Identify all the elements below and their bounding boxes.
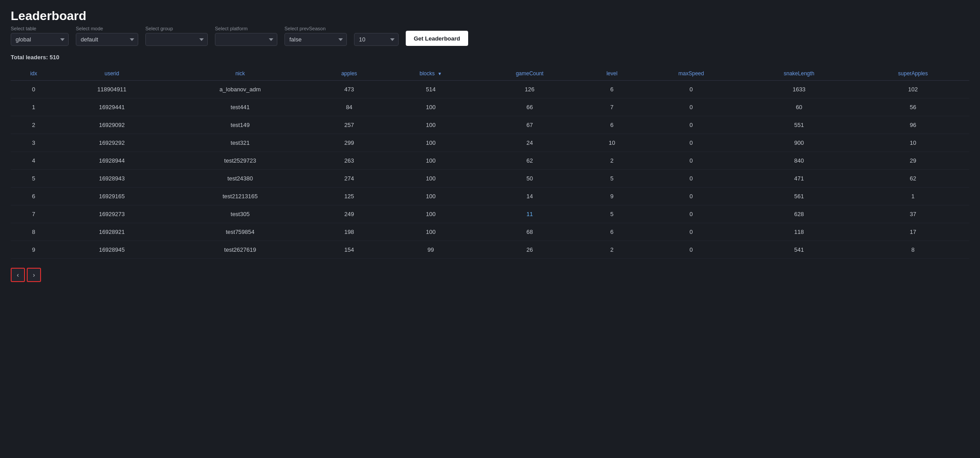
col-blocks[interactable]: blocks ▼: [385, 67, 477, 81]
table-header: idx userid nick apples blocks ▼ gameCoun…: [11, 67, 969, 81]
select-group-group: Select group group1 group2: [145, 26, 208, 46]
cell-gamecount: 11: [476, 205, 583, 223]
col-level[interactable]: level: [583, 67, 641, 81]
cell-gamecount: 68: [476, 223, 583, 241]
cell-maxspeed: 0: [641, 170, 741, 188]
cell-level: 6: [583, 116, 641, 134]
cell-maxspeed: 0: [641, 205, 741, 223]
cell-level: 7: [583, 98, 641, 116]
cell-userid: 16929441: [57, 98, 167, 116]
cell-superapples: 29: [856, 152, 969, 170]
cell-nick: a_lobanov_adm: [167, 81, 313, 98]
cell-level: 6: [583, 223, 641, 241]
cell-snakelength: 900: [741, 134, 856, 152]
cell-level: 9: [583, 188, 641, 205]
col-idx[interactable]: idx: [11, 67, 57, 81]
cell-userid: 16928921: [57, 223, 167, 241]
cell-nick: test759854: [167, 223, 313, 241]
cell-userid: 16928943: [57, 170, 167, 188]
cell-apples: 249: [313, 205, 385, 223]
select-prev-season-label: Select prevSeason: [284, 26, 347, 31]
cell-idx: 8: [11, 223, 57, 241]
cell-snakelength: 561: [741, 188, 856, 205]
cell-superapples: 37: [856, 205, 969, 223]
col-gamecount[interactable]: gameCount: [476, 67, 583, 81]
get-leaderboard-button[interactable]: Get Leaderboard: [406, 31, 468, 46]
pagination: ‹ ›: [11, 268, 969, 282]
cell-nick: test24380: [167, 170, 313, 188]
cell-userid: 118904911: [57, 81, 167, 98]
cell-superapples: 62: [856, 170, 969, 188]
table-row: 316929292test3212991002410090010: [11, 134, 969, 152]
cell-blocks: 100: [385, 152, 477, 170]
cell-snakelength: 118: [741, 223, 856, 241]
col-apples[interactable]: apples: [313, 67, 385, 81]
controls-row: Select table global local regional Selec…: [11, 26, 969, 46]
select-platform-label: Select platform: [215, 26, 277, 31]
cell-apples: 198: [313, 223, 385, 241]
cell-apples: 257: [313, 116, 385, 134]
cell-blocks: 100: [385, 134, 477, 152]
cell-snakelength: 541: [741, 241, 856, 259]
cell-level: 6: [583, 81, 641, 98]
cell-maxspeed: 0: [641, 98, 741, 116]
sort-icon-blocks: ▼: [437, 71, 442, 76]
col-superapples[interactable]: superApples: [856, 67, 969, 81]
cell-idx: 7: [11, 205, 57, 223]
select-mode-dropdown[interactable]: default ranked casual: [76, 33, 138, 46]
cell-apples: 299: [313, 134, 385, 152]
cell-nick: test321: [167, 134, 313, 152]
cell-maxspeed: 0: [641, 134, 741, 152]
cell-gamecount: 26: [476, 241, 583, 259]
cell-superapples: 102: [856, 81, 969, 98]
cell-idx: 6: [11, 188, 57, 205]
table-row: 216929092test149257100676055196: [11, 116, 969, 134]
cell-idx: 3: [11, 134, 57, 152]
cell-superapples: 8: [856, 241, 969, 259]
cell-blocks: 100: [385, 116, 477, 134]
select-table-group: Select table global local regional: [11, 26, 69, 46]
select-mode-group: Select mode default ranked casual: [76, 26, 138, 46]
table-row: 916928945test26276191549926205418: [11, 241, 969, 259]
cell-level: 5: [583, 205, 641, 223]
cell-gamecount: 24: [476, 134, 583, 152]
cell-maxspeed: 0: [641, 152, 741, 170]
table-row: 816928921test759854198100686011817: [11, 223, 969, 241]
page-title: Leaderboard: [11, 9, 969, 23]
next-page-button[interactable]: ›: [27, 268, 41, 282]
col-userid[interactable]: userid: [57, 67, 167, 81]
cell-userid: 16929273: [57, 205, 167, 223]
cell-gamecount: 66: [476, 98, 583, 116]
cell-snakelength: 840: [741, 152, 856, 170]
table-row: 416928944test2529723263100622084029: [11, 152, 969, 170]
cell-apples: 274: [313, 170, 385, 188]
cell-gamecount: 67: [476, 116, 583, 134]
select-table-dropdown[interactable]: global local regional: [11, 33, 69, 46]
select-group-dropdown[interactable]: group1 group2: [145, 33, 208, 46]
col-maxspeed[interactable]: maxSpeed: [641, 67, 741, 81]
select-limit-label: [354, 26, 399, 31]
select-table-label: Select table: [11, 26, 69, 31]
cell-apples: 263: [313, 152, 385, 170]
select-prev-season-dropdown[interactable]: false true: [284, 33, 347, 46]
cell-snakelength: 471: [741, 170, 856, 188]
prev-page-button[interactable]: ‹: [11, 268, 25, 282]
col-nick[interactable]: nick: [167, 67, 313, 81]
cell-userid: 16929292: [57, 134, 167, 152]
total-info: Total leaders: 510: [11, 54, 969, 61]
cell-userid: 16928945: [57, 241, 167, 259]
table-row: 516928943test24380274100505047162: [11, 170, 969, 188]
cell-maxspeed: 0: [641, 241, 741, 259]
col-snakelength[interactable]: snakeLength: [741, 67, 856, 81]
cell-idx: 5: [11, 170, 57, 188]
cell-nick: test305: [167, 205, 313, 223]
select-mode-label: Select mode: [76, 26, 138, 31]
cell-snakelength: 1633: [741, 81, 856, 98]
select-platform-dropdown[interactable]: pc mobile console: [215, 33, 277, 46]
cell-nick: test2529723: [167, 152, 313, 170]
cell-snakelength: 60: [741, 98, 856, 116]
cell-gamecount: 14: [476, 188, 583, 205]
cell-blocks: 100: [385, 98, 477, 116]
select-limit-dropdown[interactable]: 10 25 50 100: [354, 33, 399, 46]
cell-superapples: 96: [856, 116, 969, 134]
